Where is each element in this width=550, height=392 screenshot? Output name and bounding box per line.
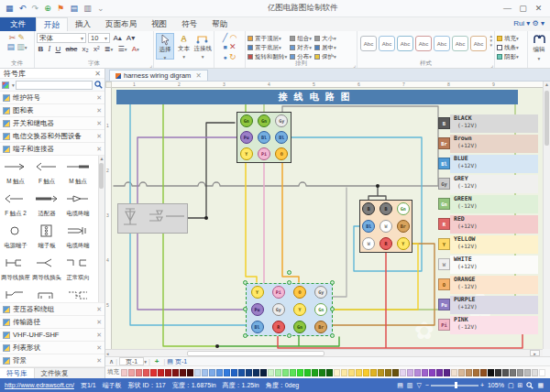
color-swatch[interactable] — [136, 369, 142, 376]
maximize-button[interactable]: ▢ — [515, 4, 531, 13]
category-close-icon[interactable]: ✕ — [96, 319, 102, 326]
color-swatch[interactable] — [356, 369, 362, 376]
symbol-cableterm[interactable] — [62, 188, 94, 210]
menu-tab-1[interactable]: 文件 — [0, 17, 36, 31]
category-close-icon[interactable]: ✕ — [96, 357, 102, 365]
arrange-居中[interactable]: 居中▾ — [314, 43, 336, 52]
horizontal-scrollbar[interactable]: ◂ — [105, 349, 543, 356]
selection-handle[interactable] — [243, 333, 248, 338]
color-swatch[interactable] — [414, 369, 421, 376]
rect-shape-icon[interactable]: ■ — [223, 43, 226, 52]
color-swatch[interactable] — [209, 369, 215, 376]
category-top-4[interactable]: 电信交换器和外围设备✕ — [0, 130, 104, 143]
pin-Gn[interactable]: Gn — [240, 114, 253, 127]
color-swatch[interactable] — [436, 369, 443, 376]
connector-block-bottom-selected[interactable]: YPiOGyPuGyYGnBlRGnBr — [246, 283, 333, 336]
undo-icon[interactable]: ↶ — [19, 4, 27, 13]
diagram-title-banner[interactable]: 接线电路图 — [116, 90, 518, 104]
close-button[interactable]: ✕ — [531, 4, 546, 13]
category-close-icon[interactable]: ✕ — [96, 146, 102, 153]
color-swatch[interactable] — [334, 369, 340, 376]
color-swatch[interactable] — [400, 369, 406, 376]
color-swatch[interactable] — [480, 369, 487, 376]
color-swatch[interactable] — [458, 369, 465, 376]
pin-Gy[interactable]: Gy — [272, 303, 285, 316]
select-tool[interactable]: 选择▾ — [156, 33, 174, 60]
style-preset-5[interactable]: Abc — [434, 36, 450, 51]
arrange-大小[interactable]: 大小▾ — [314, 34, 336, 43]
add-page-button[interactable]: + — [155, 357, 160, 365]
underline-button[interactable]: U — [54, 44, 62, 54]
category-bottom-1[interactable]: 变压器和绕组✕ — [0, 303, 104, 316]
color-swatch[interactable] — [510, 369, 516, 376]
page-label[interactable]: 页-1 — [175, 357, 187, 366]
symbol-bidir[interactable] — [62, 252, 94, 274]
category-bottom-2[interactable]: 传输路径✕ — [0, 316, 104, 329]
symbol-s3[interactable] — [62, 284, 94, 303]
color-swatch[interactable] — [128, 369, 135, 376]
fill-button[interactable]: 填充▾ — [497, 34, 525, 43]
zoom-slider[interactable] — [431, 385, 478, 387]
color-swatch[interactable] — [260, 369, 267, 376]
color-swatch[interactable] — [466, 369, 472, 376]
symbol-arrow[interactable] — [0, 156, 31, 178]
italic-button[interactable]: I — [47, 44, 52, 54]
panel-close-icon[interactable]: ✕ — [94, 70, 101, 78]
pin-Gn[interactable]: Gn — [397, 202, 410, 215]
symbol-plug[interactable] — [31, 252, 62, 274]
connector-tool[interactable]: 连接线▾ — [193, 33, 212, 60]
menu-tab-2[interactable]: 开始 — [36, 17, 68, 31]
color-swatch[interactable] — [187, 369, 193, 376]
list-button[interactable]: ☰▾ — [116, 44, 128, 55]
color-swatch[interactable] — [348, 369, 355, 376]
menu-tab-3[interactable]: 插入 — [68, 17, 98, 31]
color-swatch[interactable] — [532, 369, 538, 376]
arrange-组合[interactable]: 组合▾ — [290, 34, 312, 43]
pin-Gy[interactable]: Gy — [275, 114, 288, 127]
color-swatch[interactable] — [297, 369, 303, 376]
selection-handle[interactable] — [330, 333, 335, 338]
symbol-scrollbar[interactable]: ▲ — [98, 156, 104, 302]
format-painter-icon[interactable]: ✎ — [18, 33, 26, 42]
color-swatch[interactable] — [290, 369, 296, 376]
cut-icon[interactable]: ✂ — [9, 33, 16, 42]
category-bottom-5[interactable]: 背景✕ — [0, 354, 104, 367]
symbol-fcontact2[interactable] — [0, 188, 31, 210]
color-swatch[interactable] — [524, 369, 531, 376]
color-swatch[interactable] — [385, 369, 391, 376]
document-tab[interactable]: harness wiring digram ✕ — [109, 70, 208, 81]
arrange-对齐[interactable]: 对齐▾ — [290, 43, 312, 52]
pin-Gn[interactable]: Gn — [314, 303, 327, 316]
color-swatch[interactable] — [407, 369, 413, 376]
pin-Br[interactable]: Br — [397, 220, 410, 233]
rotate-shape-icon[interactable]: ↻ — [229, 52, 236, 61]
color-swatch[interactable] — [444, 369, 450, 376]
color-swatch[interactable] — [429, 369, 435, 376]
color-swatch[interactable] — [202, 369, 208, 376]
symbol-fcontact[interactable] — [31, 156, 62, 178]
color-swatch[interactable] — [238, 369, 245, 376]
symbol-cableterm2[interactable] — [62, 220, 94, 242]
category-top-5[interactable]: 端子和连接器✕ — [0, 143, 104, 156]
color-swatch[interactable] — [282, 369, 289, 376]
selection-handle[interactable] — [243, 280, 248, 285]
selection-handle[interactable] — [243, 307, 248, 311]
menu-tab-7[interactable]: 帮助 — [204, 17, 235, 31]
pin-Bl[interactable]: Bl — [251, 321, 264, 333]
color-swatch[interactable] — [121, 369, 127, 376]
color-swatch[interactable] — [422, 369, 428, 376]
symbol-socket[interactable] — [0, 252, 31, 274]
redo-icon[interactable]: ↷ — [32, 4, 39, 13]
pin-O[interactable]: O — [293, 286, 306, 299]
selection-handle[interactable] — [287, 280, 292, 285]
pin-Gn[interactable]: Gn — [258, 114, 270, 127]
pin-Y[interactable]: Y — [293, 303, 306, 316]
pin-Y[interactable]: Y — [251, 286, 264, 299]
color-swatch[interactable] — [150, 369, 157, 376]
shrink-font-button[interactable]: A▾ — [125, 33, 136, 43]
category-top-2[interactable]: 图和表✕ — [0, 104, 104, 117]
color-swatch[interactable] — [539, 369, 545, 376]
font-size-select[interactable]: 10▾ — [88, 33, 110, 43]
library-icon[interactable] — [2, 82, 9, 89]
pin-Br[interactable]: Br — [314, 321, 327, 333]
